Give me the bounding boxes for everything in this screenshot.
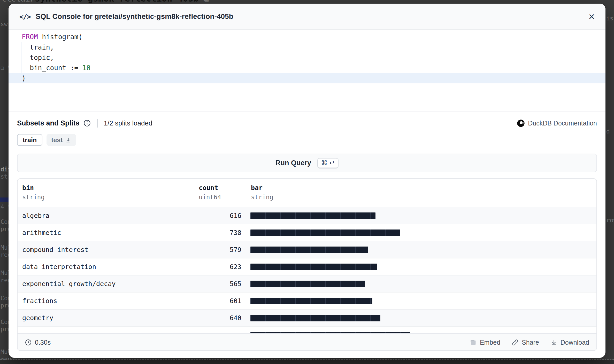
bar-cell <box>246 224 596 241</box>
column-name: bar <box>251 184 596 192</box>
command-key-icon: ⌘ <box>321 159 327 167</box>
backdrop-fragment: d <box>606 129 610 134</box>
share-label: Share <box>522 339 539 346</box>
footer-actions: EmbedShareDownload <box>470 339 589 346</box>
duckdb-documentation-link[interactable]: DuckDB Documentation <box>517 119 597 127</box>
sql-keyword: FROM <box>22 33 38 41</box>
table-row: compound interest579 <box>18 241 596 258</box>
download-label: Download <box>561 339 589 346</box>
subsets-heading: Subsets and Splits <box>17 119 80 127</box>
sql-text: ) <box>22 74 26 82</box>
bin-cell: data interpretation <box>18 258 194 275</box>
clock-icon <box>25 339 32 346</box>
sql-text: topic, <box>22 54 54 61</box>
backdrop-bottom-strip <box>0 360 614 364</box>
code-line-4: bin_count := 10 <box>9 63 605 73</box>
column-header-bin: binstring <box>18 179 194 207</box>
duckdb-logo-icon <box>517 119 525 127</box>
histogram-bar <box>250 281 365 287</box>
backdrop-dataset-title: etelai/synthetic-gsm8k-reflection-405b ⧉ <box>2 0 209 4</box>
histogram-bar <box>250 264 377 270</box>
bar-cell <box>246 310 596 326</box>
download-button[interactable]: Download <box>550 339 589 346</box>
code-line-3: topic, <box>9 52 605 63</box>
split-chip-label: test <box>51 136 63 144</box>
code-icon: </> <box>19 13 30 21</box>
sql-text: train, <box>22 43 54 51</box>
duckdb-documentation-label: DuckDB Documentation <box>528 120 597 127</box>
download-icon <box>550 339 557 346</box>
histogram-bar <box>250 247 368 253</box>
bar-cell <box>246 275 596 292</box>
bar-cell <box>246 258 596 275</box>
bin-cell <box>18 327 194 333</box>
count-cell: 640 <box>194 310 246 326</box>
return-key-icon: ↵ <box>329 159 335 167</box>
bar-cell <box>246 327 596 333</box>
split-chip-test[interactable]: test <box>47 134 76 146</box>
code-line-1: FROM histogram( <box>9 32 605 42</box>
histogram-bar <box>250 332 410 333</box>
subsets-row: Subsets and Splits 1/2 splits loaded Duc… <box>9 115 605 131</box>
vertical-separator <box>97 119 98 128</box>
table-row: data interpretation623 <box>18 258 596 275</box>
embed-button[interactable]: Embed <box>470 339 500 346</box>
column-type: uint64 <box>199 194 246 201</box>
table-row: algebra616 <box>18 207 596 224</box>
histogram-bar <box>250 212 375 219</box>
count-cell: 579 <box>194 241 246 258</box>
modal-title: SQL Console for gretelai/synthetic-gsm8k… <box>36 12 233 21</box>
split-chip-train[interactable]: train <box>17 134 42 146</box>
query-results-panel: binstringcountuint64barstringalgebra616a… <box>17 178 597 351</box>
table-row: fractions601 <box>18 292 596 310</box>
code-line-2: train, <box>9 42 605 52</box>
code-line-5: ) <box>9 73 605 83</box>
count-cell: 601 <box>194 292 246 309</box>
close-icon[interactable]: × <box>589 11 595 22</box>
keyboard-shortcut-badge: ⌘↵ <box>317 158 339 168</box>
bin-cell: algebra <box>18 207 194 224</box>
count-cell: 623 <box>194 258 246 275</box>
sql-editor[interactable]: FROM histogram( train, topic, bin_count … <box>9 30 605 112</box>
query-duration: 0.30s <box>25 339 51 346</box>
bin-cell: geometry <box>18 310 194 326</box>
backdrop-fragment: issa <box>606 15 614 21</box>
table-header-row: binstringcountuint64barstring <box>18 179 596 207</box>
split-chip-label: train <box>23 136 37 144</box>
query-duration-value: 0.30s <box>35 339 51 346</box>
sql-console-modal: </> SQL Console for gretelai/synthetic-g… <box>9 4 605 358</box>
bar-cell <box>246 241 596 258</box>
histogram-bar <box>250 298 372 304</box>
histogram-bar <box>250 230 400 236</box>
sql-number: 10 <box>82 64 90 72</box>
split-chips: traintest <box>9 134 605 146</box>
run-query-button[interactable]: Run Query ⌘↵ <box>17 154 597 172</box>
share-button[interactable]: Share <box>512 339 539 346</box>
backdrop-fragment: row <box>606 217 614 223</box>
info-icon[interactable] <box>83 119 91 127</box>
table-row: arithmetic738 <box>18 224 596 241</box>
count-cell: 565 <box>194 275 246 292</box>
table-row: exponential growth/decay565 <box>18 275 596 292</box>
run-query-label: Run Query <box>275 159 311 167</box>
column-name: bin <box>22 184 194 192</box>
bar-cell <box>246 207 596 224</box>
count-cell <box>194 327 246 333</box>
column-type: string <box>251 194 596 201</box>
column-header-count: countuint64 <box>194 179 246 207</box>
column-header-bar: barstring <box>246 179 596 207</box>
bar-cell <box>246 292 596 309</box>
sql-text: bin_count := <box>22 64 82 72</box>
column-name: count <box>199 184 246 192</box>
download-icon <box>65 137 71 143</box>
embed-label: Embed <box>480 339 500 346</box>
sql-text: histogram( <box>38 33 82 41</box>
bin-cell: exponential growth/decay <box>18 275 194 292</box>
count-cell: 616 <box>194 207 246 224</box>
results-table[interactable]: binstringcountuint64barstringalgebra616a… <box>18 179 596 333</box>
bin-cell: arithmetic <box>18 224 194 241</box>
indent-guide <box>21 42 21 73</box>
splits-loaded-status: 1/2 splits loaded <box>104 119 152 127</box>
table-row-partial <box>18 327 596 333</box>
backdrop-fragment: sw <box>1 21 8 27</box>
